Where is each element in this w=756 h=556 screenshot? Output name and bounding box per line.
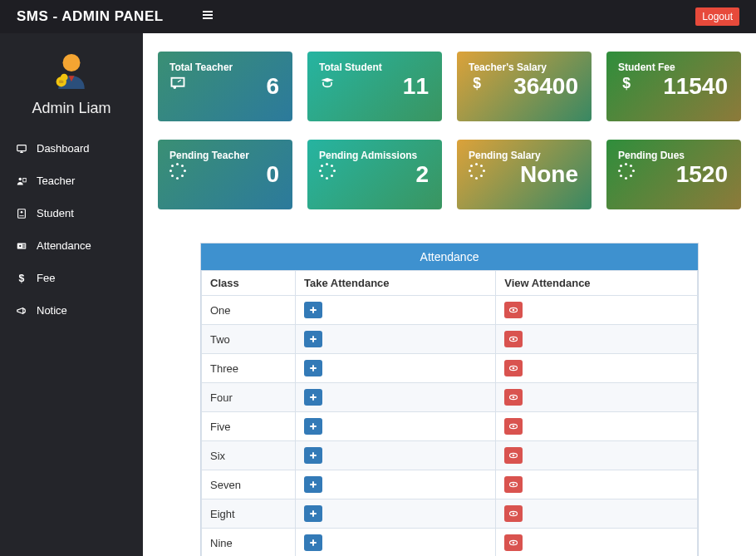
plus-icon: [308, 480, 318, 490]
stat-title: Pending Dues: [618, 150, 729, 161]
address-card-icon: [15, 240, 28, 252]
class-name: Three: [202, 354, 296, 383]
stat-title: Pending Salary: [469, 150, 580, 161]
nav-item-label: Fee: [37, 272, 55, 284]
nav-item-notice[interactable]: Notice: [0, 294, 143, 327]
nav-item-fee[interactable]: Fee: [0, 262, 143, 294]
class-name: One: [202, 296, 296, 325]
stat-card: Total Student11: [307, 52, 442, 121]
view-attendance-button[interactable]: [504, 476, 523, 493]
dollar-icon: [469, 75, 485, 91]
plus-icon: [308, 538, 318, 548]
bars-icon: [201, 8, 214, 22]
logout-button[interactable]: Logout: [695, 7, 739, 26]
eye-icon: [508, 363, 518, 373]
view-attendance-button[interactable]: [504, 447, 523, 464]
eye-icon: [508, 421, 518, 431]
table-row: One: [202, 296, 698, 325]
eye-icon: [508, 480, 518, 490]
take-attendance-button[interactable]: [304, 447, 322, 464]
view-attendance-button[interactable]: [504, 389, 523, 406]
take-attendance-button[interactable]: [304, 476, 322, 493]
main-content: Total Teacher6Total Student11Teacher's S…: [143, 33, 756, 556]
table-row: Six: [202, 441, 698, 470]
take-attendance-button[interactable]: [304, 360, 322, 376]
nav-item-label: Teacher: [37, 175, 75, 187]
attendance-panel-title: Attendance: [201, 244, 698, 270]
stat-title: Total Teacher: [169, 62, 281, 73]
stat-value: None: [520, 161, 578, 188]
class-name: Four: [202, 383, 296, 412]
class-name: Two: [202, 325, 296, 354]
desktop-icon: [15, 143, 28, 155]
take-attendance-button[interactable]: [304, 331, 322, 347]
take-attendance-button[interactable]: [304, 389, 322, 406]
nav-item-label: Notice: [37, 304, 67, 317]
sidebar: Admin Liam DashboardTeacherStudentAttend…: [0, 33, 143, 556]
nav-item-label: Dashboard: [37, 142, 90, 155]
view-attendance-button[interactable]: [504, 418, 523, 435]
plus-icon: [308, 334, 318, 344]
stat-card: Pending SalaryNone: [457, 140, 592, 209]
eye-icon: [508, 392, 518, 402]
view-attendance-button[interactable]: [504, 505, 523, 522]
spinner-icon: [169, 163, 186, 180]
id-badge-icon: [15, 208, 28, 219]
plus-icon: [308, 450, 318, 460]
stat-title: Student Fee: [618, 62, 729, 73]
take-attendance-button[interactable]: [304, 534, 322, 551]
stat-card: Student Fee11540: [606, 52, 741, 121]
take-attendance-button[interactable]: [304, 302, 322, 318]
stats-row-2: Pending Teacher0Pending Admissions2Pendi…: [158, 140, 741, 209]
topbar: SMS - ADMIN PANEL Logout: [0, 0, 756, 33]
table-row: Five: [202, 412, 698, 441]
teacher-icon: [169, 75, 186, 91]
eye-icon: [508, 450, 518, 460]
spinner-icon: [618, 163, 635, 180]
plus-icon: [308, 305, 318, 315]
stat-value: 0: [266, 161, 279, 188]
dollar-icon: [15, 273, 28, 284]
app-title: SMS - ADMIN PANEL: [17, 8, 164, 25]
view-attendance-button[interactable]: [504, 302, 523, 318]
attendance-table: Class Take Attendance View Attendance On…: [201, 270, 698, 556]
admin-profile: Admin Liam: [0, 48, 143, 117]
table-row: Two: [202, 325, 698, 354]
class-name: Six: [202, 441, 296, 470]
svg-point-15: [61, 74, 68, 81]
nav-item-label: Attendance: [37, 239, 91, 252]
nav-item-student[interactable]: Student: [0, 197, 143, 229]
nav-item-dashboard[interactable]: Dashboard: [0, 132, 143, 165]
view-attendance-button[interactable]: [504, 534, 523, 551]
table-row: Three: [202, 354, 698, 383]
stat-value: 11: [403, 73, 429, 100]
class-name: Five: [202, 412, 296, 441]
class-name: Nine: [202, 529, 296, 557]
stat-card: Pending Teacher0: [158, 140, 292, 209]
nav-item-attendance[interactable]: Attendance: [0, 229, 143, 262]
col-view: View Attendance: [496, 271, 698, 296]
plus-icon: [308, 363, 318, 373]
table-row: Eight: [202, 499, 698, 529]
stat-value: 6: [266, 73, 279, 100]
stat-title: Pending Admissions: [319, 150, 430, 161]
student-icon: [319, 75, 336, 91]
stat-title: Teacher's Salary: [469, 62, 580, 73]
sidebar-toggle-button[interactable]: [201, 8, 214, 25]
stat-card: Pending Admissions2: [307, 140, 442, 209]
svg-point-12: [63, 54, 81, 71]
stats-row-1: Total Teacher6Total Student11Teacher's S…: [158, 52, 741, 121]
take-attendance-button[interactable]: [304, 505, 322, 522]
stat-value: 2: [415, 161, 429, 188]
stat-card: Pending Dues1520: [606, 140, 741, 209]
nav-item-teacher[interactable]: Teacher: [0, 165, 143, 197]
stat-value: 1520: [676, 161, 728, 188]
spinner-icon: [469, 163, 485, 180]
spinner-icon: [319, 163, 336, 180]
take-attendance-button[interactable]: [304, 418, 322, 435]
view-attendance-button[interactable]: [504, 360, 523, 376]
col-class: Class: [202, 271, 296, 296]
stat-value: 36400: [513, 73, 578, 100]
plus-icon: [308, 392, 318, 402]
view-attendance-button[interactable]: [504, 331, 523, 347]
